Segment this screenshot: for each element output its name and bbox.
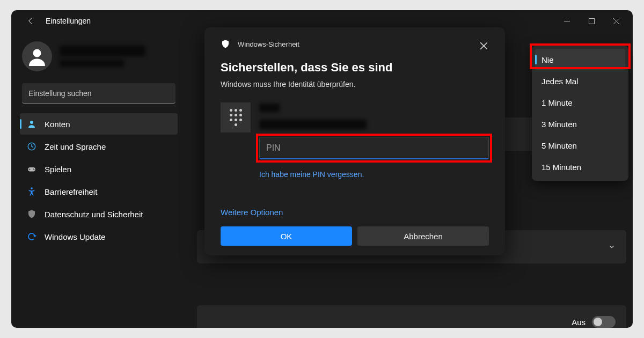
person-icon xyxy=(26,119,37,129)
sidebar: Einstellung suchen Konten Zeit und Sprac… xyxy=(11,32,183,328)
close-button[interactable] xyxy=(604,12,628,30)
sidebar-item-accounts[interactable]: Konten xyxy=(20,113,178,135)
dropdown-item-15-minuten[interactable]: 15 Minuten xyxy=(535,156,625,178)
sidebar-item-accessibility[interactable]: Barrierefreiheit xyxy=(20,181,178,202)
dialog-close-button[interactable] xyxy=(475,37,492,54)
sidebar-nav: Konten Zeit und Sprache Spielen xyxy=(20,113,178,247)
svg-point-2 xyxy=(30,121,33,124)
dialog-brand: Windows-Sicherheit xyxy=(238,40,299,48)
svg-rect-0 xyxy=(589,18,594,24)
settings-window: Einstellungen Einstellung suchen xyxy=(11,10,633,328)
svg-point-1 xyxy=(33,49,41,57)
keypad-icon xyxy=(221,102,251,133)
shield-icon xyxy=(221,39,230,49)
gamepad-icon xyxy=(26,164,37,174)
windows-security-dialog: Windows-Sicherheit Sicherstellen, dass S… xyxy=(204,27,505,255)
svg-point-5 xyxy=(33,168,34,170)
sidebar-item-label: Konten xyxy=(45,120,70,129)
dropdown-item-1-minute[interactable]: 1 Minute xyxy=(535,92,625,113)
profile-email-redacted xyxy=(60,60,124,67)
maximize-button[interactable] xyxy=(579,12,604,30)
more-options-link[interactable]: Weitere Optionen xyxy=(221,208,489,217)
sidebar-item-time-language[interactable]: Zeit und Sprache xyxy=(20,136,178,157)
avatar xyxy=(22,41,52,71)
cancel-button[interactable]: Abbrechen xyxy=(357,226,489,246)
svg-point-6 xyxy=(34,170,35,171)
credential-user-redacted xyxy=(259,104,280,112)
window-title: Einstellungen xyxy=(46,17,91,25)
dropdown-item-5-minuten[interactable]: 5 Minuten xyxy=(535,135,625,156)
toggle-label: Aus xyxy=(572,318,586,327)
sidebar-item-label: Barrierefreiheit xyxy=(45,187,97,196)
dialog-subtitle: Windows muss Ihre Identität überprüfen. xyxy=(221,80,489,89)
globe-clock-icon xyxy=(26,141,37,152)
toggle-switch[interactable] xyxy=(592,316,616,328)
dropdown-item-nie[interactable]: Nie xyxy=(535,49,625,70)
dropdown-item-jedes-mal[interactable]: Jedes Mal xyxy=(535,70,625,92)
sidebar-item-label: Zeit und Sprache xyxy=(45,142,106,151)
sidebar-item-label: Windows Update xyxy=(45,232,105,241)
dialog-title: Sicherstellen, dass Sie es sind xyxy=(221,61,489,75)
profile-text xyxy=(60,46,145,67)
profile-name-redacted xyxy=(60,46,145,56)
accessibility-icon xyxy=(26,186,37,197)
settings-row-toggle[interactable]: Aus xyxy=(197,305,626,328)
update-icon xyxy=(26,231,37,242)
svg-point-7 xyxy=(31,187,33,189)
ok-button[interactable]: OK xyxy=(221,226,352,246)
sidebar-item-label: Spielen xyxy=(45,165,71,174)
profile-block[interactable] xyxy=(20,37,178,81)
minimize-button[interactable] xyxy=(554,12,579,30)
timeout-dropdown: Nie Jedes Mal 1 Minute 3 Minuten 5 Minut… xyxy=(532,46,628,181)
sidebar-item-label: Datenschutz und Sicherheit xyxy=(45,210,143,219)
forgot-pin-link[interactable]: Ich habe meine PIN vergessen. xyxy=(259,170,489,179)
sidebar-item-gaming[interactable]: Spielen xyxy=(20,158,178,180)
search-placeholder: Einstellung suchen xyxy=(28,89,92,98)
sidebar-item-windows-update[interactable]: Windows Update xyxy=(20,226,178,247)
chevron-down-icon xyxy=(608,243,616,251)
credential-block: Ich habe meine PIN vergessen. xyxy=(221,102,489,179)
shield-icon xyxy=(26,209,37,219)
window-controls xyxy=(554,12,628,30)
back-button[interactable] xyxy=(22,12,39,30)
pin-input[interactable] xyxy=(259,137,489,159)
sidebar-item-privacy-security[interactable]: Datenschutz und Sicherheit xyxy=(20,203,178,225)
credential-email-redacted xyxy=(259,120,367,129)
dropdown-item-3-minuten[interactable]: 3 Minuten xyxy=(535,113,625,135)
search-input[interactable]: Einstellung suchen xyxy=(22,83,175,104)
